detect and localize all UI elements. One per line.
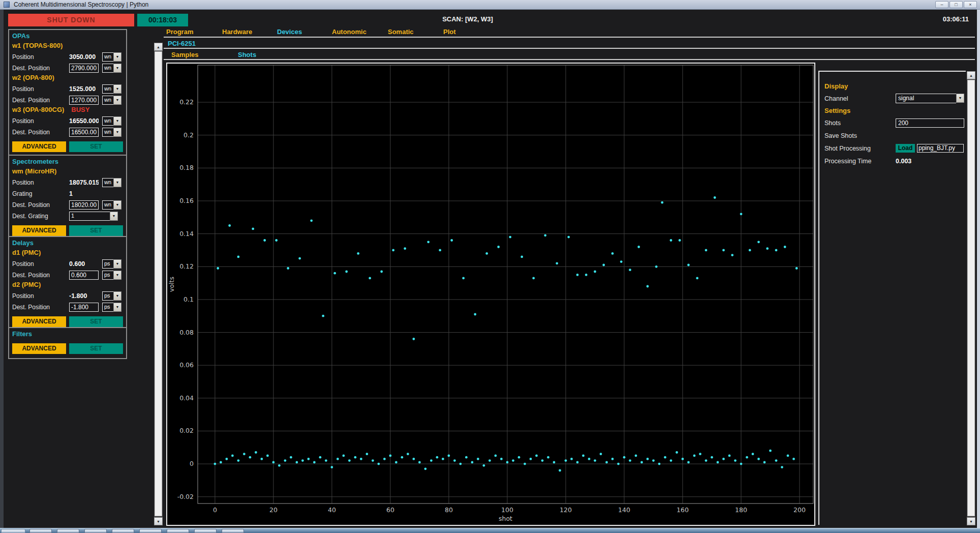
set-button[interactable]: SET — [69, 225, 123, 236]
scrollbar-thumb[interactable] — [155, 51, 162, 516]
scroll-down-icon[interactable]: ▼ — [154, 517, 163, 525]
data-point — [784, 246, 786, 248]
unit-select[interactable]: wn▼ — [102, 128, 121, 137]
data-point — [693, 455, 696, 457]
dest-position-input[interactable] — [69, 303, 99, 312]
row-label: Position — [12, 53, 69, 61]
unit-select[interactable]: ps▼ — [102, 259, 121, 269]
dest-position-input[interactable] — [69, 64, 99, 73]
sidebar-scrollbar[interactable]: ▲ ▼ — [154, 43, 163, 525]
unit-select[interactable]: wn▼ — [102, 84, 121, 94]
position-value: 1 — [69, 190, 99, 197]
taskbar-app-icon-3[interactable] — [84, 529, 107, 533]
shots-input[interactable] — [896, 119, 964, 128]
data-point — [310, 219, 313, 222]
chevron-down-icon[interactable]: ▼ — [113, 84, 121, 94]
data-point — [485, 252, 488, 255]
taskbar-app-icon-4[interactable] — [112, 529, 134, 533]
data-point — [506, 461, 509, 464]
maximize-button[interactable]: □ — [950, 1, 963, 8]
unit-select[interactable]: ps▼ — [102, 303, 121, 312]
data-point — [237, 459, 240, 462]
data-point — [766, 247, 769, 250]
device-name: w1 (TOPAS-800) — [12, 42, 63, 49]
scroll-up-icon[interactable]: ▲ — [154, 43, 163, 51]
chevron-down-icon[interactable]: ▼ — [113, 64, 121, 73]
data-point — [430, 459, 433, 462]
set-button[interactable]: SET — [69, 141, 123, 152]
y-tick-label: 0.2 — [183, 131, 194, 139]
chevron-down-icon[interactable]: ▼ — [113, 116, 121, 126]
tab-pci-6251[interactable]: PCI-6251 — [168, 40, 196, 47]
data-point — [556, 262, 558, 264]
chevron-down-icon[interactable]: ▼ — [113, 128, 121, 137]
unit-select[interactable]: wn▼ — [102, 178, 121, 187]
load-script-button[interactable]: Load — [896, 144, 915, 153]
data-point — [378, 463, 380, 465]
tab-somatic[interactable]: Somatic — [388, 28, 414, 36]
tab-devices[interactable]: Devices — [277, 28, 302, 36]
scrollbar-thumb[interactable] — [967, 80, 975, 516]
settings-scrollbar[interactable]: ▲ ▼ — [967, 71, 975, 525]
data-point — [424, 467, 427, 470]
data-point — [676, 451, 678, 454]
chevron-down-icon[interactable]: ▼ — [113, 259, 121, 269]
tab-program[interactable]: Program — [166, 28, 193, 36]
taskbar-app-icon-1[interactable] — [29, 529, 52, 533]
advanced-button[interactable]: ADVANCED — [12, 343, 66, 354]
taskbar-app-icon-6[interactable] — [167, 529, 189, 533]
tab-samples[interactable]: Samples — [171, 51, 198, 58]
taskbar-app-icon-7[interactable] — [194, 529, 217, 533]
taskbar-app-icon-8[interactable] — [222, 529, 244, 533]
chevron-down-icon[interactable]: ▼ — [113, 52, 121, 62]
dest-position-input[interactable] — [69, 96, 99, 105]
processing-script-field[interactable]: pping_BJT.py — [917, 144, 964, 153]
y-tick-label: 0.22 — [179, 98, 194, 106]
unit-select[interactable]: wn▼ — [102, 96, 121, 105]
channel-select[interactable]: signal ▼ — [896, 94, 964, 103]
tab-shots[interactable]: Shots — [238, 51, 256, 58]
unit-select[interactable]: wn▼ — [102, 200, 121, 210]
sidebar-panel-delays: Delaysd1 (PMC)Position0.600ps▼Dest. Posi… — [8, 236, 127, 332]
dest-position-input[interactable] — [69, 200, 99, 210]
shut-down-button[interactable]: SHUT DOWN — [8, 14, 134, 26]
data-point — [605, 461, 608, 464]
chevron-down-icon[interactable]: ▼ — [113, 200, 121, 210]
chevron-down-icon[interactable]: ▼ — [113, 303, 121, 312]
set-button[interactable]: SET — [69, 343, 123, 354]
dest-grating-select[interactable]: 1▼ — [69, 212, 118, 221]
dest-position-input[interactable] — [69, 128, 99, 137]
chevron-down-icon[interactable]: ▼ — [113, 291, 121, 301]
device-name: wm (MicroHR) — [12, 167, 56, 175]
unit-select[interactable]: wn▼ — [102, 52, 121, 62]
scroll-down-icon[interactable]: ▼ — [967, 517, 975, 525]
data-point — [541, 459, 544, 462]
busy-status-badge: BUSY — [71, 106, 89, 113]
dest-position-input[interactable] — [69, 271, 99, 280]
chevron-down-icon[interactable]: ▼ — [110, 212, 118, 221]
chevron-down-icon[interactable]: ▼ — [956, 94, 964, 103]
unit-select[interactable]: ps▼ — [102, 271, 121, 280]
tab-plot[interactable]: Plot — [443, 28, 456, 36]
advanced-button[interactable]: ADVANCED — [12, 141, 66, 152]
x-tick-label: 160 — [677, 506, 689, 514]
taskbar-start-area[interactable] — [1, 529, 25, 533]
unit-select[interactable]: ps▼ — [102, 291, 121, 301]
scroll-up-icon[interactable]: ▲ — [967, 71, 975, 79]
chevron-down-icon[interactable]: ▼ — [113, 96, 121, 105]
data-point — [787, 455, 789, 457]
close-button[interactable]: × — [964, 1, 977, 8]
advanced-button[interactable]: ADVANCED — [12, 316, 66, 327]
set-button[interactable]: SET — [69, 316, 123, 327]
advanced-button[interactable]: ADVANCED — [12, 225, 66, 236]
taskbar-app-icon-2[interactable] — [57, 529, 79, 533]
taskbar-app-icon-5[interactable] — [139, 529, 162, 533]
minimize-button[interactable]: – — [935, 1, 948, 8]
unit-select[interactable]: wn▼ — [102, 116, 121, 126]
tab-autonomic[interactable]: Autonomic — [332, 28, 366, 36]
data-point — [647, 285, 649, 288]
unit-select[interactable]: wn▼ — [102, 64, 121, 73]
chevron-down-icon[interactable]: ▼ — [113, 271, 121, 280]
tab-hardware[interactable]: Hardware — [222, 28, 252, 36]
chevron-down-icon[interactable]: ▼ — [113, 178, 121, 187]
